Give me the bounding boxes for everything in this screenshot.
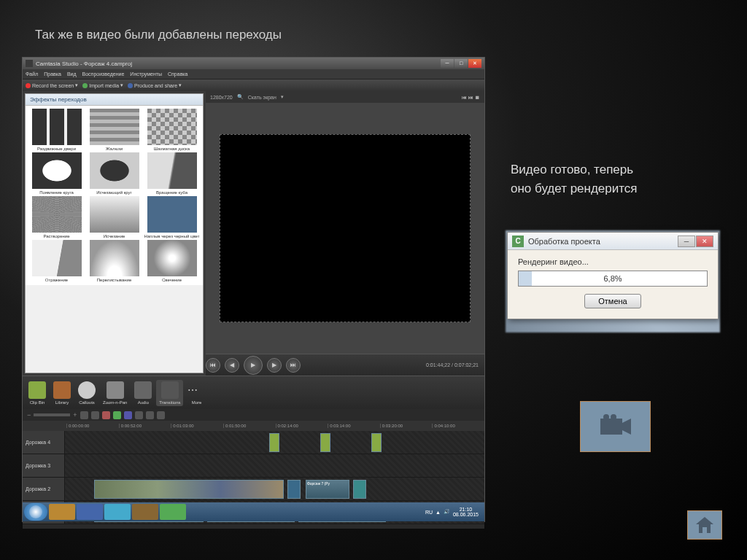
tool-icon[interactable] (146, 411, 154, 419)
progress-bar: 6,8% (518, 271, 708, 287)
step-back-button[interactable]: ◀ (225, 358, 239, 373)
app-icon (26, 60, 33, 67)
dialog-close[interactable]: ✕ (696, 236, 713, 247)
track-3[interactable]: Дорожка 3 (23, 454, 484, 478)
record-button[interactable]: Record the screen▾ (26, 82, 78, 88)
menu-edit[interactable]: Правка (44, 71, 61, 77)
transitions-panel: Эффекты переходов Раздвижные двери Жалюз… (25, 93, 204, 373)
tool-icon[interactable] (135, 411, 143, 419)
tool-icon[interactable] (124, 411, 132, 419)
taskbar-item[interactable] (104, 504, 131, 520)
prev-clip-button[interactable]: ⏮ (206, 358, 220, 373)
dialog-minimize[interactable]: ─ (678, 236, 695, 247)
editor-window: Camtasia Studio - Форсаж 4.camproj ─ □ ✕… (22, 57, 485, 522)
tab-audio[interactable]: Audio (131, 380, 155, 406)
window-title: Camtasia Studio - Форсаж 4.camproj (36, 61, 132, 67)
clip[interactable]: Форсаж 7 (Ру (306, 480, 349, 499)
lang-indicator[interactable]: RU (425, 510, 433, 515)
taskbar-item[interactable] (77, 504, 103, 520)
tool-icon[interactable] (157, 411, 165, 419)
shrink-icon[interactable]: 🔍 (237, 94, 244, 100)
tab-zoom[interactable]: Zoom-n-Pan (100, 380, 130, 406)
track-label: Дорожка 2 (23, 478, 65, 500)
tray-date: 08.06.2015 (453, 512, 479, 517)
clip[interactable] (269, 433, 279, 452)
dialog-titlebar: C Обработка проекта ─ ✕ (508, 233, 718, 250)
progress-percent: 6,8% (519, 271, 707, 286)
tray-icon[interactable]: ▲ (436, 510, 441, 515)
render-dialog: C Обработка проекта ─ ✕ Рендеринг видео.… (507, 232, 719, 319)
svg-marker-4 (696, 517, 713, 533)
media-tabs: Clip Bin Library Callouts Zoom-n-Pan Aud… (23, 376, 484, 409)
timeline-toolbar: − + (23, 409, 484, 421)
zoom-out-icon[interactable]: − (27, 411, 31, 419)
tab-callouts[interactable]: Callouts (75, 380, 98, 406)
clip[interactable] (371, 433, 382, 452)
tool-icon[interactable] (113, 411, 121, 419)
track-2[interactable]: Дорожка 2 Форсаж 7 (Ру (23, 478, 484, 501)
shrink-label[interactable]: Скать экран (248, 95, 276, 100)
menu-tools[interactable]: Инструменты (130, 71, 162, 77)
clip[interactable] (320, 433, 330, 452)
transition-item[interactable]: Жалюзи (86, 109, 142, 151)
prev-nav[interactable]: ⏮ ⏭ ⏹ (462, 95, 480, 100)
menu-help[interactable]: Справка (168, 71, 187, 77)
system-tray[interactable]: RU ▲ 🔊 21:10 08.06.2015 (425, 507, 483, 517)
preview-canvas[interactable] (206, 103, 484, 354)
tray-icon[interactable]: 🔊 (444, 509, 450, 515)
transition-item[interactable]: Исчезающий круг (86, 152, 142, 195)
cancel-button[interactable]: Отмена (584, 294, 640, 308)
clip[interactable] (353, 480, 366, 499)
transition-item[interactable]: Наплыв через черный цвет (144, 196, 200, 238)
transition-item[interactable]: Появление круга (28, 152, 85, 195)
import-button[interactable]: Import media▾ (82, 82, 123, 88)
transition-item[interactable]: Отражение (28, 240, 85, 282)
time-ruler[interactable]: 0:00:00:00 0:00:52:00 0:01:03:00 0:01:50… (23, 421, 484, 431)
maximize-button[interactable]: □ (454, 59, 468, 68)
tool-icon[interactable] (102, 411, 110, 419)
step-fwd-button[interactable]: ▶ (267, 358, 282, 373)
slide-title: Так же в видео были добавлены переходы (35, 28, 282, 42)
produce-button[interactable]: Produce and share▾ (128, 82, 182, 88)
side-text: Видео готово, теперь оно будет рендеритс… (511, 160, 638, 198)
tab-library[interactable]: Library (50, 380, 74, 406)
transition-item[interactable]: Шахматная доска (144, 109, 200, 151)
clip[interactable] (287, 480, 301, 499)
transition-item[interactable]: Исчезание (86, 196, 142, 238)
menu-view[interactable]: Вид (67, 71, 77, 77)
menu-play[interactable]: Воспроизведение (82, 71, 125, 77)
transition-item[interactable]: Перелистывание (86, 240, 142, 282)
dialog-app-icon: C (512, 236, 524, 247)
tab-more[interactable]: ⋯More (185, 380, 208, 406)
clip[interactable] (94, 480, 284, 499)
playhead-time: 0:01:44;22 / 0:07:02;21 (426, 362, 479, 368)
taskbar-item[interactable] (160, 504, 186, 520)
transition-item[interactable]: Вращение куба (144, 152, 200, 195)
tool-icon[interactable] (91, 411, 99, 419)
zoom-in-icon[interactable]: + (73, 411, 77, 419)
tray-time[interactable]: 21:10 (453, 507, 479, 512)
close-button[interactable]: ✕ (468, 59, 481, 68)
taskbar: RU ▲ 🔊 21:10 08.06.2015 (23, 502, 484, 521)
taskbar-item[interactable] (49, 504, 75, 520)
transition-item[interactable]: Растворение (28, 196, 85, 238)
svg-rect-0 (600, 419, 622, 435)
transitions-header: Эффекты переходов (26, 94, 203, 106)
transition-item[interactable]: Раздвижные двери (28, 109, 85, 151)
play-button[interactable]: ▶ (244, 356, 263, 375)
track-4[interactable]: Дорожка 4 (23, 431, 484, 454)
preview-area: 1280x720 🔍 Скать экран▾ ⏮ ⏭ ⏹ ⏮ ◀ ▶ ▶ ⏭ … (206, 91, 484, 376)
tab-clipbin[interactable]: Clip Bin (26, 380, 49, 406)
transition-item[interactable]: Свечение (144, 240, 200, 282)
start-button[interactable] (24, 503, 47, 521)
tool-icon[interactable] (80, 411, 88, 419)
minimize-button[interactable]: ─ (441, 59, 454, 68)
svg-point-3 (611, 414, 616, 420)
zoom-slider[interactable] (34, 413, 70, 416)
track-label: Дорожка 4 (23, 431, 65, 454)
tab-transitions[interactable]: Transitions (156, 380, 183, 406)
next-clip-button[interactable]: ⏭ (286, 358, 301, 373)
menu-file[interactable]: Файл (26, 71, 38, 77)
home-icon[interactable] (687, 510, 722, 540)
taskbar-item[interactable] (132, 504, 158, 520)
